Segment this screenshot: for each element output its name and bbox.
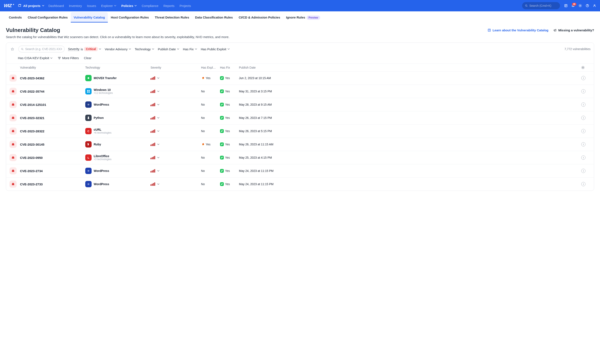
bug-icon (9, 101, 17, 108)
clear-filters-button[interactable]: Clear (84, 56, 92, 60)
row-info-button[interactable]: i (581, 142, 585, 146)
help-button[interactable] (586, 4, 589, 7)
chevron-down-icon (157, 157, 159, 158)
row-info-button[interactable]: i (581, 76, 585, 80)
missing-vuln-link[interactable]: Missing a vulnerability? (553, 28, 594, 32)
nav-dashboard[interactable]: Dashboard (48, 4, 64, 8)
page-header: Vulnerability Catalog Learn about the Vu… (0, 23, 600, 35)
technology-name: cURL (94, 128, 111, 131)
nav-compliance[interactable]: Compliance (142, 4, 158, 8)
severity-cell[interactable] (150, 169, 201, 173)
table-row[interactable]: CVE-2023-34362MOVEit TransferYesYesJun 2… (6, 71, 594, 85)
severity-cell[interactable] (150, 90, 201, 93)
column-settings-button[interactable] (581, 66, 591, 69)
stack-icon (18, 4, 21, 7)
has-exploit-cell: Yes (201, 76, 220, 80)
vuln-id: CVE-2023-2733 (20, 182, 85, 186)
bug-icon (9, 88, 17, 95)
more-filters-button[interactable]: More Filters (57, 55, 79, 61)
filter-cisa-kev[interactable]: Has CISA KEV Exploit (18, 55, 53, 61)
severity-cell[interactable] (150, 156, 201, 159)
tab-vulnerability-catalog[interactable]: Vulnerability Catalog (71, 12, 108, 23)
page-title: Vulnerability Catalog (6, 27, 60, 33)
table-row[interactable]: CVE-2023-28322CcURL+6 technologiesNoYesM… (6, 124, 594, 138)
has-fix-cell: Yes (220, 90, 239, 93)
technology-subtext: +3 technologies (94, 158, 111, 161)
row-info-button[interactable]: i (581, 116, 585, 120)
vuln-id: CVE-2023-32321 (20, 116, 85, 120)
nav-inventory[interactable]: Inventory (69, 4, 82, 8)
chevron-down-icon (157, 130, 159, 132)
wrench-icon (220, 90, 224, 93)
row-info-button[interactable]: i (581, 89, 585, 93)
severity-cell[interactable] (150, 116, 201, 119)
severity-cell[interactable] (150, 182, 201, 186)
tab-host-configuration-rules[interactable]: Host Configuration Rules (108, 12, 152, 23)
row-info-button[interactable]: i (581, 129, 585, 133)
account-button[interactable] (593, 4, 596, 7)
chevron-down-icon (129, 48, 131, 50)
learn-link[interactable]: Learn about the Vulnerability Catalog (488, 28, 548, 32)
notifications-button[interactable]: 46 (571, 4, 575, 7)
table-row[interactable]: CVE-2023-0950LLibreOffice+3 technologies… (6, 151, 594, 164)
bug-icon (9, 167, 17, 174)
table-row[interactable]: CVE-2023-2734WordPressNoYesMay 24, 2023 … (6, 164, 594, 177)
publish-date-cell: May 24, 2023 at 11:15 PM (239, 182, 581, 186)
row-info-button[interactable]: i (581, 169, 585, 173)
project-switcher[interactable]: All projects (18, 4, 44, 8)
has-exploit-cell: No (201, 90, 220, 93)
table-row[interactable]: CVE-2023-32321PythonNoYesMay 26, 2023 at… (6, 111, 594, 124)
table-row[interactable]: CVE-2023-30145RubyYesYesMay 26, 2023 at … (6, 138, 594, 151)
has-fix-cell: Yes (220, 182, 239, 186)
row-info-button[interactable]: i (581, 182, 585, 186)
technology-name: Windows 10 (94, 88, 113, 91)
global-search-input[interactable] (529, 4, 557, 7)
chevron-down-icon (195, 48, 197, 50)
nav-issues[interactable]: Issues (87, 4, 96, 8)
publish-date-cell: May 28, 2023 at 9:15 AM (239, 103, 581, 106)
severity-cell[interactable] (150, 76, 201, 80)
wrench-icon (220, 116, 224, 120)
severity-cell[interactable] (150, 103, 201, 106)
severity-cell[interactable] (150, 143, 201, 146)
filter-has-public-exploit[interactable]: Has Public Exploit (200, 46, 230, 52)
preview-badge: Preview (307, 16, 320, 20)
filter-has-fix[interactable]: Has Fix (183, 46, 197, 52)
filter-technology[interactable]: Technology (134, 46, 155, 52)
filter-severity[interactable]: Severity is Critical (68, 46, 102, 52)
row-info-button[interactable]: i (581, 102, 585, 107)
technology-name: WordPress (94, 182, 109, 186)
settings-button[interactable] (579, 4, 582, 7)
catalog-search[interactable] (18, 46, 65, 52)
nav-reports[interactable]: Reports (163, 4, 175, 8)
catalog-search-input[interactable] (25, 47, 62, 51)
table-row[interactable]: CVE-2022-35744Windows 10+11 technologies… (6, 85, 594, 98)
tab-controls[interactable]: Controls (6, 12, 25, 23)
has-exploit-cell: No (201, 103, 220, 106)
tab-cloud-configuration-rules[interactable]: Cloud Configuration Rules (25, 12, 71, 23)
technology-icon (85, 181, 92, 187)
nav-policies[interactable]: Policies (121, 4, 137, 8)
tab-ignore-rules[interactable]: Ignore RulesPreview (283, 12, 323, 23)
tab-data-classification-rules[interactable]: Data Classification Rules (192, 12, 236, 23)
tab-ci-cd-admission-policies[interactable]: CI/CD & Admission Policies (236, 12, 283, 23)
favorite-toggle[interactable] (9, 46, 15, 52)
nav-projects[interactable]: Projects (179, 4, 191, 8)
filter-vendor-advisory[interactable]: Vendor Advisory (104, 46, 131, 52)
table-row[interactable]: CVE-2014-125101WordPressNoYesMay 28, 202… (6, 98, 594, 111)
nav-explorer[interactable]: Explorer (101, 4, 116, 8)
filter-publish-date[interactable]: Publish Date (158, 46, 179, 52)
wrench-icon (220, 129, 224, 133)
global-search[interactable] (522, 2, 560, 9)
has-exploit-cell: Yes (201, 143, 220, 146)
severity-cell[interactable] (150, 129, 201, 133)
presets-button[interactable] (564, 4, 568, 7)
technology-icon (85, 168, 92, 174)
tab-threat-detection-rules[interactable]: Threat Detection Rules (152, 12, 192, 23)
technology-icon: C (85, 128, 92, 134)
chevron-down-icon (99, 48, 101, 50)
vuln-id: CVE-2023-30145 (20, 143, 85, 146)
table-row[interactable]: CVE-2023-2733WordPressNoYesMay 24, 2023 … (6, 177, 594, 191)
row-info-button[interactable]: i (581, 155, 585, 160)
technology-icon (85, 141, 92, 147)
